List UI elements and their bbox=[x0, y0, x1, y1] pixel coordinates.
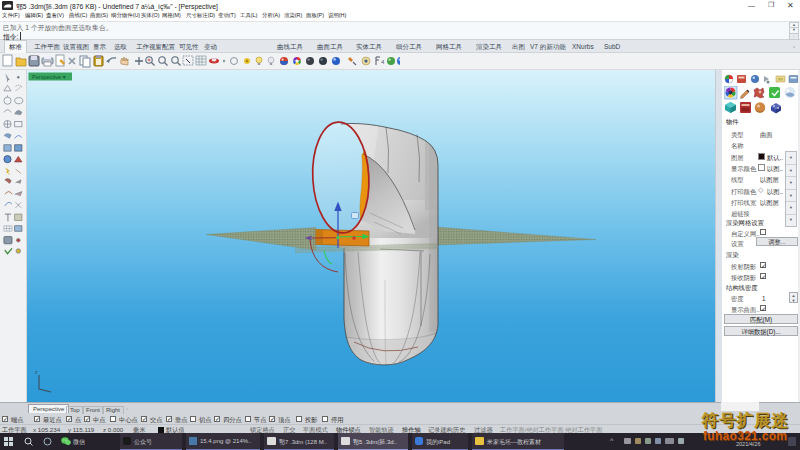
svg-text:4: 4 bbox=[381, 59, 385, 65]
svg-text:Perspective ▾: Perspective ▾ bbox=[32, 74, 66, 80]
